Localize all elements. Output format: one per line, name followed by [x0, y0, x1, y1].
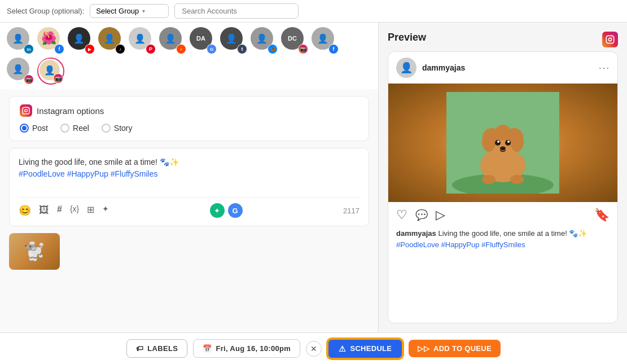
ig-options-header: Instagram options: [20, 104, 358, 117]
preview-image: [388, 84, 617, 202]
close-icon: ✕: [310, 344, 317, 353]
preview-caption-hashtags: #PoodleLove #HappyPup #FluffySmiles: [396, 240, 525, 249]
schedule-date-button[interactable]: 📅 Fri, Aug 16, 10:00pm: [193, 339, 300, 358]
account-avatar-12[interactable]: 👤 📷: [7, 58, 34, 85]
accounts-row-2: 👤 📷 👤 📷: [7, 58, 371, 85]
reddit-icon: r: [176, 44, 186, 54]
preview-avatar: 👤: [396, 58, 416, 78]
svg-point-2: [28, 108, 28, 109]
svg-point-13: [482, 131, 496, 152]
more-options-icon[interactable]: ⋯: [598, 61, 610, 74]
share-icon[interactable]: ▷: [436, 208, 445, 222]
google-icon: G: [207, 44, 217, 54]
image-thumbnail-area: 🐩: [9, 233, 369, 270]
heart-icon[interactable]: ♡: [396, 208, 407, 222]
radio-story-circle: [102, 124, 111, 133]
send-icon: ▷▷: [418, 344, 429, 353]
radio-post-label: Post: [32, 124, 48, 133]
svg-point-4: [608, 38, 611, 41]
account-avatar-5[interactable]: 👤 P: [129, 27, 156, 54]
svg-point-14: [510, 131, 524, 152]
svg-point-17: [497, 141, 499, 143]
close-date-button[interactable]: ✕: [306, 341, 322, 357]
add-to-queue-label: ADD TO QUEUE: [433, 344, 492, 353]
radio-reel-circle: [60, 124, 69, 133]
radio-reel-label: Reel: [73, 124, 89, 133]
account-avatar-13[interactable]: 👤 📷: [37, 58, 64, 85]
tag-icon: 🏷: [136, 344, 143, 353]
account-avatar-3[interactable]: 👤 ▶: [68, 27, 95, 54]
right-panel: Preview 👤 dammyajas ⋯: [379, 23, 627, 332]
warning-icon: ⚠: [339, 344, 346, 353]
instagram-options-card: Instagram options Post Reel Story: [9, 96, 369, 141]
preview-caption-username: dammyajas: [396, 229, 436, 238]
svg-point-18: [507, 141, 510, 143]
post-text-card: Living the good life, one smile at a tim…: [9, 148, 369, 226]
add-to-queue-button[interactable]: ▷▷ ADD TO QUEUE: [409, 340, 501, 357]
radio-post[interactable]: Post: [20, 124, 48, 133]
search-accounts-input[interactable]: [174, 3, 299, 19]
text-tools-left: 😊 🖼 # {x} ⊞ ✦: [19, 204, 109, 217]
preview-card: 👤 dammyajas ⋯: [388, 51, 618, 323]
account-avatar-2[interactable]: 🌺 f: [37, 27, 64, 54]
hashtag-icon[interactable]: #: [57, 204, 62, 217]
ai-google-icon[interactable]: G: [228, 203, 243, 218]
svg-point-12: [495, 125, 511, 141]
tiktok-icon: ♪: [115, 44, 125, 54]
tumblr-icon: t: [237, 44, 247, 54]
radio-reel[interactable]: Reel: [60, 124, 89, 133]
labels-button[interactable]: 🏷 LABELS: [126, 339, 187, 358]
calendar-icon: 📅: [203, 344, 212, 353]
select-group-dropdown[interactable]: Select Group ▾: [90, 4, 169, 18]
account-avatar-7[interactable]: DA G: [190, 27, 217, 54]
grid-icon[interactable]: ⊞: [87, 204, 94, 217]
bookmark-icon[interactable]: 🔖: [594, 208, 610, 222]
schedule-date-text: Fri, Aug 16, 10:00pm: [216, 344, 291, 353]
accounts-row: 👤 in 🌺 f 👤 ▶ 👤 ♪: [7, 27, 371, 54]
ig-options-title: Instagram options: [37, 106, 104, 116]
svg-point-1: [25, 109, 28, 112]
account-avatar-1[interactable]: 👤 in: [7, 27, 34, 54]
image-thumbnail[interactable]: 🐩: [9, 233, 60, 270]
post-text-body[interactable]: Living the good life, one smile at a tim…: [19, 156, 359, 190]
svg-point-21: [510, 175, 524, 184]
svg-point-19: [500, 147, 506, 151]
instagram-icon-2: 📷: [24, 74, 34, 85]
variable-icon[interactable]: {x}: [70, 204, 79, 217]
instagram-icon-3: 📷: [53, 73, 63, 84]
bottom-toolbar: 🏷 LABELS 📅 Fri, Aug 16, 10:00pm ✕ ⚠ SCHE…: [0, 332, 627, 364]
facebook-icon-1: f: [54, 44, 64, 54]
image-icon[interactable]: 🖼: [39, 204, 49, 217]
account-avatar-11[interactable]: 👤 f: [312, 27, 339, 54]
account-avatar-8[interactable]: 👤 t: [220, 27, 247, 54]
ai-sparkle-icon[interactable]: ✦: [102, 204, 109, 217]
instagram-preview-badge: [602, 32, 618, 47]
preview-caption: dammyajas Living the good life, one smil…: [388, 228, 617, 256]
account-avatar-9[interactable]: 👤 🦋: [251, 27, 278, 54]
preview-header: 👤 dammyajas ⋯: [388, 52, 617, 84]
ai-green-icon[interactable]: ✦: [210, 203, 225, 218]
top-bar: Select Group (optional): Select Group ▾: [0, 0, 627, 23]
preview-image-inner: [388, 84, 617, 202]
left-panel: 👤 in 🌺 f 👤 ▶ 👤 ♪: [0, 23, 378, 332]
account-avatar-6[interactable]: 👤 r: [159, 27, 186, 54]
schedule-button[interactable]: ⚠ SCHEDULE: [327, 339, 403, 359]
comment-icon[interactable]: 💬: [415, 209, 428, 221]
instagram-brand-icon: [20, 104, 32, 117]
svg-point-20: [482, 175, 496, 184]
radio-post-circle: [20, 124, 29, 133]
emoji-icon[interactable]: 😊: [19, 204, 31, 217]
svg-rect-3: [606, 36, 613, 43]
linkedin-icon: in: [24, 44, 34, 54]
account-avatar-10[interactable]: DC 📷: [281, 27, 308, 54]
radio-story[interactable]: Story: [102, 124, 133, 133]
post-type-radio-group: Post Reel Story: [20, 124, 358, 133]
dropdown-text: Select Group: [96, 7, 139, 15]
account-avatar-4[interactable]: 👤 ♪: [98, 27, 125, 54]
instagram-icon-1: 📷: [298, 44, 308, 54]
accounts-section: 👤 in 🌺 f 👤 ▶ 👤 ♪: [0, 23, 378, 89]
pinterest-icon: P: [146, 44, 156, 54]
ai-tools: ✦ G: [210, 203, 243, 218]
schedule-label: SCHEDULE: [350, 344, 392, 353]
char-count: 2117: [343, 207, 359, 215]
